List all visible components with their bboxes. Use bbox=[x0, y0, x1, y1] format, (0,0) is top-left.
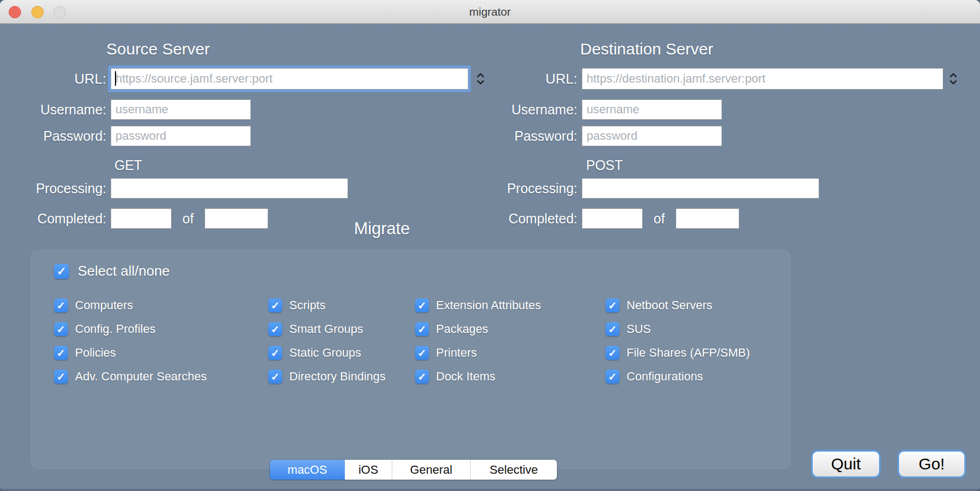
packages-checkbox[interactable] bbox=[415, 322, 429, 336]
config-profiles-checkbox[interactable] bbox=[54, 322, 68, 336]
destination-completed-count-input[interactable] bbox=[582, 208, 643, 229]
source-processing-input[interactable] bbox=[111, 178, 348, 199]
destination-url-field bbox=[582, 68, 943, 90]
sus-checkbox[interactable] bbox=[605, 322, 620, 336]
migrate-heading: Migrate bbox=[354, 219, 410, 238]
checkbox-item-configurations: Configurations bbox=[605, 370, 703, 384]
chevron-down-icon bbox=[949, 80, 957, 85]
destination-processing-label: Processing: bbox=[502, 181, 577, 196]
checkbox-label: File Shares (AFP/SMB) bbox=[627, 346, 750, 360]
destination-url-stepper-icon[interactable] bbox=[948, 70, 958, 88]
source-server-heading: Source Server bbox=[106, 40, 210, 58]
tab-ios[interactable]: iOS bbox=[345, 460, 392, 480]
source-total-count-input[interactable] bbox=[205, 208, 268, 229]
checkbox-label: Smart Groups bbox=[289, 322, 363, 336]
checkbox-item-directory-bindings: Directory Bindings bbox=[268, 370, 386, 384]
destination-of-label: of bbox=[654, 211, 665, 227]
printers-checkbox[interactable] bbox=[415, 346, 429, 360]
source-password-input[interactable] bbox=[111, 126, 251, 146]
source-url-input[interactable] bbox=[111, 68, 468, 90]
directory-bindings-checkbox[interactable] bbox=[268, 370, 282, 384]
checkbox-label: Scripts bbox=[289, 298, 325, 312]
smart-groups-checkbox[interactable] bbox=[268, 322, 282, 336]
checkbox-item-packages: Packages bbox=[415, 322, 488, 336]
checkbox-item-file-shares: File Shares (AFP/SMB) bbox=[605, 346, 750, 360]
checkbox-label: Configurations bbox=[627, 370, 703, 384]
destination-completed-count-field bbox=[582, 208, 643, 229]
destination-username-input[interactable] bbox=[582, 99, 722, 120]
computers-checkbox[interactable] bbox=[54, 298, 68, 312]
destination-password-row: Password: bbox=[502, 126, 722, 146]
checkbox-item-computers: Computers bbox=[54, 298, 133, 312]
checkbox-item-policies: Policies bbox=[54, 346, 116, 360]
checkbox-item-printers: Printers bbox=[415, 346, 477, 360]
destination-username-row: Username: bbox=[502, 99, 722, 120]
source-completed-row: Completed: of bbox=[31, 208, 268, 229]
checkbox-label: Config. Profiles bbox=[75, 322, 155, 336]
source-completed-label: Completed: bbox=[31, 211, 106, 227]
checkbox-label: Extension Attributes bbox=[436, 298, 541, 312]
window-bottom-edge bbox=[0, 489, 980, 491]
netboot-servers-checkbox[interactable] bbox=[605, 298, 620, 312]
extension-attributes-checkbox[interactable] bbox=[415, 298, 429, 312]
checkbox-item-adv-computer-searches: Adv. Computer Searches bbox=[54, 370, 207, 384]
tab-general[interactable]: General bbox=[392, 460, 471, 480]
chevron-down-icon bbox=[477, 80, 485, 85]
static-groups-checkbox[interactable] bbox=[268, 346, 282, 360]
checkbox-item-extension-attributes: Extension Attributes bbox=[415, 298, 541, 312]
scripts-checkbox[interactable] bbox=[268, 298, 282, 312]
select-all-checkbox[interactable] bbox=[54, 264, 69, 279]
checkbox-label: Packages bbox=[436, 322, 488, 336]
destination-completed-row: Completed: of bbox=[502, 208, 739, 229]
checkbox-item-scripts: Scripts bbox=[268, 298, 325, 312]
source-url-stepper-icon[interactable] bbox=[475, 70, 486, 88]
dock-items-checkbox[interactable] bbox=[415, 370, 429, 384]
source-completed-count-input[interactable] bbox=[111, 208, 172, 229]
checkbox-label: Adv. Computer Searches bbox=[75, 370, 207, 384]
source-url-field bbox=[111, 68, 468, 90]
source-processing-row: Processing: bbox=[31, 178, 348, 199]
checkbox-label: Computers bbox=[75, 298, 133, 312]
configurations-checkbox[interactable] bbox=[605, 370, 620, 384]
source-username-label: Username: bbox=[31, 102, 106, 118]
destination-url-input[interactable] bbox=[582, 68, 943, 90]
destination-password-field bbox=[582, 126, 722, 146]
checkbox-label: Netboot Servers bbox=[627, 298, 712, 312]
adv-computer-searches-checkbox[interactable] bbox=[54, 370, 68, 384]
source-method-label: GET bbox=[114, 158, 142, 173]
checkbox-label: Directory Bindings bbox=[289, 370, 386, 384]
source-processing-label: Processing: bbox=[31, 181, 106, 196]
source-of-label: of bbox=[182, 211, 194, 227]
tab-macos[interactable]: macOS bbox=[270, 460, 345, 480]
destination-url-label: URL: bbox=[502, 71, 577, 87]
destination-password-input[interactable] bbox=[582, 126, 722, 146]
file-shares-checkbox[interactable] bbox=[605, 346, 620, 360]
checkbox-item-config-profiles: Config. Profiles bbox=[54, 322, 155, 336]
tab-selective[interactable]: Selective bbox=[471, 460, 557, 480]
destination-server-heading: Destination Server bbox=[580, 40, 713, 58]
policies-checkbox[interactable] bbox=[54, 346, 68, 360]
go-button[interactable]: Go! bbox=[897, 450, 966, 478]
checkbox-item-smart-groups: Smart Groups bbox=[268, 322, 363, 336]
window-title: migrator bbox=[0, 0, 980, 24]
source-password-field bbox=[111, 126, 251, 146]
source-username-input[interactable] bbox=[111, 99, 251, 120]
quit-button[interactable]: Quit bbox=[811, 450, 881, 478]
source-username-row: Username: bbox=[31, 99, 251, 120]
destination-completed-label: Completed: bbox=[502, 211, 577, 227]
checkbox-label: Printers bbox=[436, 346, 477, 360]
destination-total-count-field bbox=[676, 208, 739, 229]
checkbox-item-dock-items: Dock Items bbox=[415, 370, 495, 384]
destination-processing-input[interactable] bbox=[582, 178, 819, 199]
destination-username-label: Username: bbox=[502, 102, 577, 118]
destination-total-count-input[interactable] bbox=[676, 208, 739, 229]
source-url-row: URL: bbox=[31, 66, 468, 92]
tab-segmented-control: macOS iOS General Selective bbox=[270, 460, 557, 480]
checkbox-item-static-groups: Static Groups bbox=[268, 346, 361, 360]
chevron-up-icon bbox=[949, 73, 957, 78]
chevron-up-icon bbox=[477, 73, 485, 78]
title-bar: migrator bbox=[0, 0, 980, 24]
app-window: migrator Source Server Destination Serve… bbox=[0, 0, 980, 491]
source-completed-count-field bbox=[111, 208, 172, 229]
destination-username-field bbox=[582, 99, 722, 120]
